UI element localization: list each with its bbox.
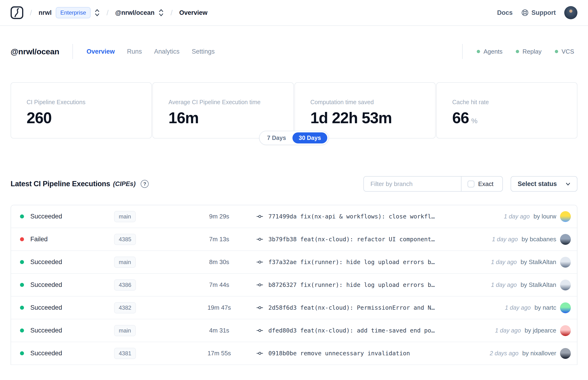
branch-badge: 4382 xyxy=(114,302,136,313)
workspace-tabs: Overview Runs Analytics Settings xyxy=(87,48,215,55)
tab-settings[interactable]: Settings xyxy=(192,48,215,55)
cipes-section-bar: Latest CI Pipeline Executions (CIPEs) ? … xyxy=(0,176,588,192)
cipe-row[interactable]: Succeeded main 9m 29s 771499da fix(nx-ap… xyxy=(11,205,577,228)
breadcrumb-separator: / xyxy=(107,8,109,17)
cipe-status: Succeeded xyxy=(30,350,62,357)
indicator-agents[interactable]: Agents xyxy=(477,48,503,55)
status-dot-icon xyxy=(20,351,24,355)
git-commit-icon xyxy=(257,259,263,265)
cipe-duration: 17m 55s xyxy=(194,350,244,357)
commit-message: f37a32ae fix(runner): hide log upload er… xyxy=(268,259,435,266)
author-avatar xyxy=(560,234,571,245)
status-dot-icon xyxy=(20,237,24,241)
commit-message: 3b79fb38 feat(nx-cloud): refactor UI com… xyxy=(268,236,435,243)
user-avatar[interactable] xyxy=(564,6,577,19)
org-switcher-chevrons-icon[interactable] xyxy=(94,9,100,17)
git-commit-icon xyxy=(257,304,263,311)
cipes-table: Succeeded main 9m 29s 771499da fix(nx-ap… xyxy=(11,205,577,365)
workspace-switcher-chevrons-icon[interactable] xyxy=(158,9,164,17)
author-avatar xyxy=(560,348,571,359)
branch-badge: 4381 xyxy=(114,348,136,359)
indicator-replay[interactable]: Replay xyxy=(516,48,542,55)
range-option-30-days[interactable]: 30 Days xyxy=(292,133,327,143)
status-select[interactable]: Select status xyxy=(511,176,577,192)
exact-checkbox[interactable] xyxy=(468,181,474,188)
indicator-vcs[interactable]: VCS xyxy=(555,48,574,55)
cipe-status: Succeeded xyxy=(30,281,62,288)
branch-badge: main xyxy=(114,325,136,336)
enterprise-badge[interactable]: Enterprise xyxy=(56,7,90,18)
cipe-row[interactable]: Succeeded main 8m 30s f37a32ae fix(runne… xyxy=(11,251,577,274)
git-commit-icon xyxy=(257,327,263,334)
branch-badge: main xyxy=(114,257,136,268)
cipe-author: by nixallover xyxy=(522,350,556,357)
commit-message: dfed80d3 feat(nx-cloud): add time-saved … xyxy=(268,327,435,334)
git-commit-icon xyxy=(257,282,263,288)
cipe-time: 1 day ago xyxy=(492,236,518,243)
commit-message: 771499da fix(nx-api & workflows): close … xyxy=(268,213,435,220)
stat-label: Average CI Pipeline Execution time xyxy=(168,99,293,106)
cipe-row[interactable]: Succeeded 4381 17m 55s 0918b0be remove u… xyxy=(11,342,577,365)
exact-toggle[interactable]: Exact xyxy=(461,177,500,191)
indicator-label: Agents xyxy=(484,48,503,55)
stat-value: 1d 22h 53m xyxy=(310,109,435,127)
tab-analytics[interactable]: Analytics xyxy=(154,48,179,55)
cipe-author: by StalkAltan xyxy=(520,258,556,266)
commit-message: 2d58f6d3 feat(nx-cloud): PermissionError… xyxy=(268,304,435,311)
cipes-filters: Exact Select status xyxy=(363,176,577,192)
branch-filter-input[interactable] xyxy=(364,177,461,191)
lifebuoy-icon xyxy=(521,9,529,17)
stat-value: 16m xyxy=(168,109,293,127)
breadcrumb-page: Overview xyxy=(179,9,208,17)
cipe-duration: 4m 31s xyxy=(194,327,244,334)
workspace-title: @nrwl/ocean xyxy=(11,47,59,56)
git-commit-icon xyxy=(257,350,263,357)
status-dot-icon xyxy=(555,50,558,53)
cipe-time: 1 day ago xyxy=(505,304,531,311)
branch-badge: main xyxy=(114,211,136,222)
stat-card-cache-hit-rate: Cache hit rate 66% xyxy=(436,82,577,138)
exact-label: Exact xyxy=(478,180,493,188)
stat-value: 66% xyxy=(452,109,577,127)
cipe-row[interactable]: Succeeded main 4m 31s dfed80d3 feat(nx-c… xyxy=(11,319,577,342)
cipe-author: by jdpearce xyxy=(525,327,556,334)
cipe-duration: 7m 44s xyxy=(194,281,244,288)
git-commit-icon xyxy=(257,213,263,220)
commit-message: 0918b0be remove unnecessary invalidation xyxy=(268,350,410,357)
tab-runs[interactable]: Runs xyxy=(127,48,142,55)
stat-value: 260 xyxy=(27,109,151,127)
cipe-author: by bcabanes xyxy=(522,236,556,243)
support-label: Support xyxy=(531,9,556,17)
cipe-duration: 7m 13s xyxy=(194,236,244,243)
cipe-time: 2 days ago xyxy=(490,350,518,357)
docs-link[interactable]: Docs xyxy=(497,9,512,17)
stat-suffix: % xyxy=(471,117,477,125)
range-option-7-days[interactable]: 7 Days xyxy=(261,133,292,143)
help-icon[interactable]: ? xyxy=(141,180,149,188)
status-dot-icon xyxy=(20,214,24,218)
stats-section: CI Pipeline Executions 260 Average CI Pi… xyxy=(11,82,577,138)
author-avatar xyxy=(560,257,571,267)
cipe-row[interactable]: Failed 4385 7m 13s 3b79fb38 feat(nx-clou… xyxy=(11,228,577,251)
cipe-status: Succeeded xyxy=(30,327,62,334)
cipe-status: Succeeded xyxy=(30,213,62,220)
cipe-row[interactable]: Succeeded 4382 19m 47s 2d58f6d3 feat(nx-… xyxy=(11,297,577,319)
indicator-label: VCS xyxy=(562,48,574,55)
git-commit-icon xyxy=(257,236,263,243)
status-dot-icon xyxy=(20,306,24,310)
support-link[interactable]: Support xyxy=(521,9,556,17)
workspace-header: @nrwl/ocean Overview Runs Analytics Sett… xyxy=(0,44,588,59)
author-avatar xyxy=(560,211,571,222)
breadcrumb-workspace[interactable]: @nrwl/ocean xyxy=(115,9,154,17)
cipe-author: by lourw xyxy=(533,213,556,220)
branch-badge: 4386 xyxy=(114,279,136,291)
cipe-row[interactable]: Succeeded 4386 7m 44s b8726327 fix(runne… xyxy=(11,274,577,297)
stat-label: CI Pipeline Executions xyxy=(27,99,151,106)
nx-cloud-logo-icon[interactable] xyxy=(11,6,23,19)
cipe-time: 1 day ago xyxy=(491,282,517,288)
status-dot-icon xyxy=(20,283,24,287)
breadcrumb-org[interactable]: nrwl xyxy=(38,9,52,17)
nx-cloud-overview-page: / nrwl Enterprise / @nrwl/ocean / Overvi… xyxy=(0,0,588,380)
tab-overview[interactable]: Overview xyxy=(87,48,115,55)
cipe-author: by StalkAltan xyxy=(520,281,556,288)
